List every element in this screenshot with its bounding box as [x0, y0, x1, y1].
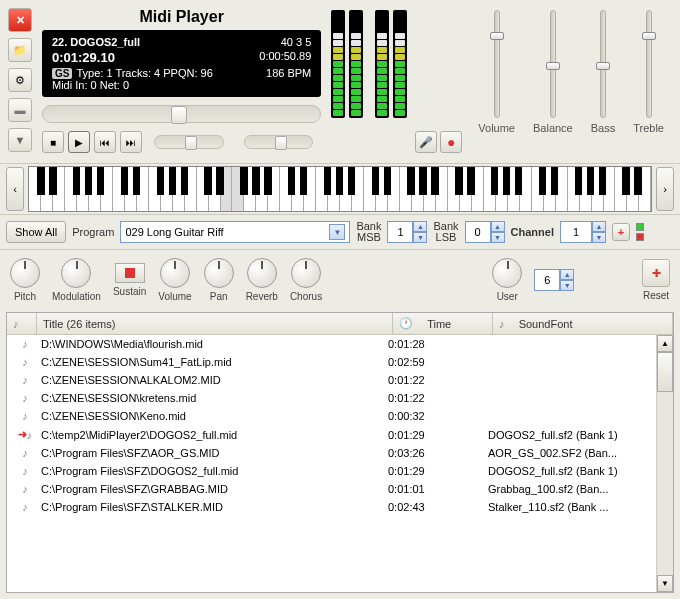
playlist-row[interactable]: ♪C:\Program Files\SFZ\GRABBAG.MID0:01:01…	[7, 480, 656, 498]
bank-lsb-spinner[interactable]: ▲▼	[465, 221, 505, 243]
title-column[interactable]: Title (26 items)	[37, 313, 393, 334]
program-label: Program	[72, 226, 114, 238]
playlist-row[interactable]: ♪C:\Program Files\SFZ\AOR_GS.MID0:03:26A…	[7, 444, 656, 462]
playlist-row[interactable]: ♪C:\ZENE\SESSION\Keno.mid0:00:32	[7, 407, 656, 425]
bass-slider[interactable]	[600, 10, 606, 118]
note-icon: ♪	[22, 483, 28, 495]
mic-icon: 🎤	[419, 136, 433, 149]
note-icon: ♪	[499, 318, 505, 330]
program-combo[interactable]: 029 Long Guitar Riff ▼	[120, 221, 350, 243]
clock-icon: 🕐	[399, 317, 413, 330]
mic-button[interactable]: 🎤	[415, 131, 437, 153]
gear-icon: ⚙	[15, 74, 25, 87]
settings-button[interactable]: ⚙	[8, 68, 32, 92]
note-icon: ♪	[22, 447, 28, 459]
note-icon: ♪	[27, 429, 33, 441]
info-button[interactable]: ▬	[8, 98, 32, 122]
pitch-slider[interactable]	[244, 135, 314, 149]
current-arrow-icon: ➜	[18, 428, 27, 441]
bpm: 186 BPM	[266, 67, 311, 79]
app-title: Midi Player	[38, 6, 325, 30]
scroll-up-button[interactable]: ▲	[657, 335, 673, 352]
playlist-row[interactable]: ♪C:\Program Files\SFZ\STALKER.MID0:02:43…	[7, 498, 656, 516]
open-file-button[interactable]: 📁	[8, 38, 32, 62]
prev-button[interactable]: ⏮	[94, 131, 116, 153]
folder-icon: 📁	[13, 44, 27, 57]
speech-icon: ▬	[15, 104, 26, 116]
led-red	[636, 233, 644, 241]
chorus-knob[interactable]	[291, 258, 321, 288]
show-all-button[interactable]: Show All	[6, 221, 66, 243]
arrow-down-icon: ▼	[15, 134, 26, 146]
octave-right-button[interactable]: ›	[656, 167, 674, 211]
reset-icon: ✚	[652, 267, 661, 280]
tempo-slider[interactable]	[154, 135, 224, 149]
stop-button[interactable]: ■	[42, 131, 64, 153]
note-icon: ♪	[22, 501, 28, 513]
gs-badge: GS	[52, 68, 72, 79]
note-icon: ♪	[13, 318, 19, 330]
next-button[interactable]: ⏭	[120, 131, 142, 153]
vu-meters	[329, 6, 409, 157]
scroll-thumb[interactable]	[657, 352, 673, 392]
note-icon: ♪	[22, 338, 28, 350]
record-button[interactable]: ●	[440, 131, 462, 153]
note-icon: ♪	[22, 356, 28, 368]
balance-slider[interactable]	[550, 10, 556, 118]
lcd-display: 22. DOGOS2_full 40 3 5 0:01:29.10 0:00:5…	[42, 30, 321, 97]
user-value-spinner[interactable]: ▲▼	[534, 269, 574, 291]
channel-label: Channel	[511, 226, 554, 238]
modulation-knob[interactable]	[61, 258, 91, 288]
total-time: 0:00:50.89	[259, 50, 311, 65]
play-button[interactable]: ▶	[68, 131, 90, 153]
playlist-row[interactable]: ➜♪C:\temp2\MidiPlayer2\DOGOS2_full.mid0:…	[7, 425, 656, 444]
channel-add-button[interactable]: +	[612, 223, 630, 241]
bank-lsb-label: BankLSB	[433, 221, 458, 243]
channel-spinner[interactable]: ▲▼	[560, 221, 606, 243]
note-icon: ♪	[22, 410, 28, 422]
seek-slider[interactable]	[42, 105, 321, 123]
reset-button[interactable]: ✚	[642, 259, 670, 287]
octave-left-button[interactable]: ‹	[6, 167, 24, 211]
reverb-knob[interactable]	[247, 258, 277, 288]
pan-knob[interactable]	[204, 258, 234, 288]
led-green	[636, 223, 644, 231]
soundfont-column[interactable]: ♪ SoundFont	[493, 313, 673, 334]
piano-keyboard[interactable]	[28, 166, 652, 212]
scroll-down-button[interactable]: ▼	[657, 575, 673, 592]
treble-slider[interactable]	[646, 10, 652, 118]
playlist-row[interactable]: ♪C:\Program Files\SFZ\DOGOS2_full.mid0:0…	[7, 462, 656, 480]
note-icon: ♪	[22, 392, 28, 404]
counters: 40 3 5	[281, 36, 312, 48]
time-column[interactable]: 🕐 Time	[393, 313, 493, 334]
record-icon: ●	[447, 134, 455, 150]
playlist-row[interactable]: ♪C:\ZENE\SESSION\ALKALOM2.MID0:01:22	[7, 371, 656, 389]
volume-slider[interactable]	[494, 10, 500, 118]
playlist-row[interactable]: ♪D:\WINDOWS\Media\flourish.mid0:01:28	[7, 335, 656, 353]
bank-msb-label: BankMSB	[356, 221, 381, 243]
close-button[interactable]: ✕	[8, 8, 32, 32]
playlist-header: ♪ Title (26 items) 🕐 Time ♪ SoundFont	[7, 313, 673, 335]
note-icon: ♪	[22, 374, 28, 386]
scrollbar[interactable]: ▲ ▼	[656, 335, 673, 592]
toggle-playlist-button[interactable]: ▼	[8, 128, 32, 152]
sustain-button[interactable]	[115, 263, 145, 283]
chevron-down-icon: ▼	[329, 224, 345, 240]
playlist-row[interactable]: ♪C:\ZENE\SESSION\kretens.mid0:01:22	[7, 389, 656, 407]
volume-knob[interactable]	[160, 258, 190, 288]
pitch-knob[interactable]	[10, 258, 40, 288]
elapsed-time: 0:01:29.10	[52, 50, 115, 65]
bank-msb-spinner[interactable]: ▲▼	[387, 221, 427, 243]
track-title: 22. DOGOS2_full	[52, 36, 140, 48]
user-knob[interactable]	[492, 258, 522, 288]
note-icon: ♪	[22, 465, 28, 477]
playlist-body[interactable]: ♪D:\WINDOWS\Media\flourish.mid0:01:28♪C:…	[7, 335, 656, 592]
playlist-row[interactable]: ♪C:\ZENE\SESSION\Sum41_FatLip.mid0:02:59	[7, 353, 656, 371]
